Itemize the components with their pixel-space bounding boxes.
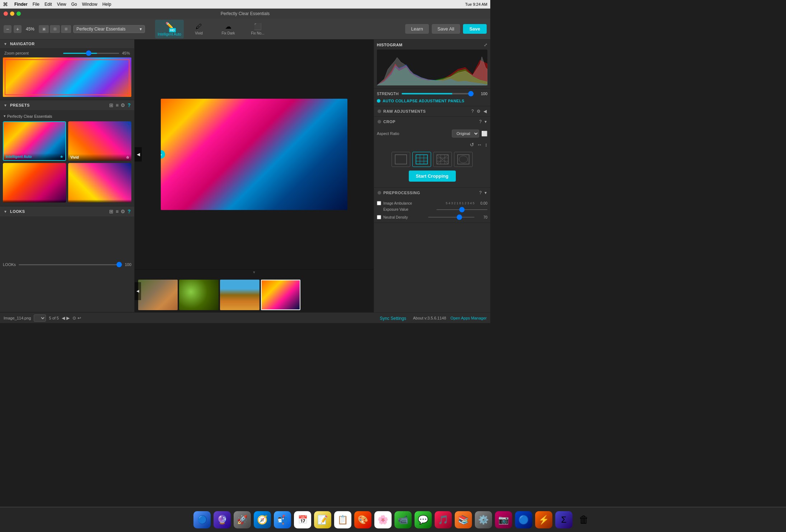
presets-settings-button[interactable]: ⚙ [121,102,125,108]
maximize-button[interactable] [17,11,21,16]
histogram-expand-button[interactable]: ⤢ [484,42,487,47]
tool-vivid[interactable]: 🖊 Vivid [184,20,213,38]
zoom-slider[interactable] [63,53,119,54]
learn-button[interactable]: Learn [405,24,429,34]
menu-file[interactable]: File [33,2,39,7]
crop-flip-v-button[interactable]: ↕ [485,142,487,148]
zoom-in-button[interactable]: + [14,25,22,33]
raw-adjustments-dot [378,109,381,113]
preset-thumb-intelligent-auto[interactable]: Intelligent Auto ★ [3,121,66,161]
view-single-button[interactable]: ▣ [39,25,49,33]
looks-settings-button[interactable]: ⚙ [121,209,125,214]
preprocessing-content: Image Ambulance 5 4 3 2 1 0 1 2 3 4 5 0.… [374,198,490,223]
crop-reset-button[interactable]: ⬜ [481,131,487,136]
menu-go[interactable]: Go [71,2,77,7]
looks-list-view-button[interactable]: ≡ [116,209,118,214]
filmstrip-left-arrow[interactable]: ◀ [135,282,141,300]
crop-flip-h-button[interactable]: ↔ [477,142,482,148]
preset-thumb-3[interactable] [3,163,66,202]
tool-intelligent-auto-label: Intelligent Auto [158,32,181,36]
neutral-density-slider[interactable] [428,217,474,218]
preprocessing-help-button[interactable]: ? [479,190,482,195]
filmstrip-collapse-arrow[interactable]: ▼ [135,270,374,275]
crop-grid-diagonal[interactable] [433,152,452,167]
exposure-value-slider[interactable] [436,209,487,210]
looks-header[interactable]: ▼ LOOKS ⊞ ≡ ⚙ ? [0,206,134,216]
next-image-button[interactable]: ▶ [66,316,70,321]
status-icon-1[interactable]: ⊙ [72,316,76,321]
menu-window[interactable]: Window [82,2,98,7]
image-ambulance-checkbox[interactable] [377,201,381,205]
crop-grid-thirds[interactable] [412,152,431,167]
crop-panel: CROP ? ▾ Aspect Ratio Original ⬜ ↺ ↔ [374,117,490,188]
presets-group-title: Perfectly Clear Essentials [7,114,52,118]
preset-thumb-vivid[interactable]: Vivid ☆ [68,121,131,161]
zoom-percent: 45% [24,27,37,32]
neutral-density-checkbox[interactable] [377,215,381,219]
main-layout: ▼ NAVIGATOR Zoom percent 45% ▼ PRESETS [0,39,490,312]
save-all-button[interactable]: Save All [432,24,460,34]
menu-edit[interactable]: Edit [45,2,52,7]
save-button[interactable]: Save [463,24,487,34]
sync-settings-button[interactable]: Sync Settings [380,316,406,321]
auto-collapse-row[interactable]: AUTO COLLAPSE ADJUSTMENT PANELS [374,96,490,106]
raw-adjustments-settings-button[interactable]: ⚙ [477,109,481,114]
raw-adjustments-help-button[interactable]: ? [471,109,474,114]
svg-rect-0 [395,155,407,164]
preprocessing-collapse-button[interactable]: ▾ [485,190,487,195]
view-split-button[interactable]: ⊟ [50,25,60,33]
presets-list-view-button[interactable]: ≡ [116,102,118,108]
presets-group-header[interactable]: ▾ Perfectly Clear Essentials [3,112,131,120]
status-icon-2[interactable]: ↩ [78,316,81,321]
strength-slider[interactable] [402,93,474,94]
open-apps-manager-button[interactable]: Open Apps Manager [450,316,487,320]
histogram-svg [377,50,487,85]
crop-rotate-button[interactable]: ↺ [470,142,474,148]
apple-menu[interactable]: ⌘ [3,1,8,7]
start-cropping-button[interactable]: Start Cropping [409,171,456,182]
looks-help-button[interactable]: ? [127,209,131,214]
aspect-ratio-select[interactable]: Original [452,130,479,137]
preprocessing-header[interactable]: PREPROCESSING ? ▾ [374,188,490,198]
crop-header[interactable]: CROP ? ▾ [374,117,490,127]
minimize-button[interactable] [10,11,14,16]
tool-fix-dark[interactable]: ☁ Fix Dark [214,20,243,38]
crop-content: Aspect Ratio Original ⬜ ↺ ↔ ↕ [374,127,490,187]
raw-adjustments-header[interactable]: RAW ADJUSTMENTS ? ⚙ ◀ [374,106,490,116]
filmstrip-item-4[interactable] [261,280,300,310]
crop-help-button[interactable]: ? [479,119,482,124]
preset-thumb-4[interactable] [68,163,131,202]
presets-content: ▾ Perfectly Clear Essentials Intelligent… [0,110,134,206]
tool-fix-dark-label: Fix Dark [221,31,235,35]
toolbar: − + 45% ▣ ⊟ ⊞ Perfectly Clear Essentials… [0,19,490,39]
navigator-header[interactable]: ▼ NAVIGATOR [0,39,134,48]
view-grid-button[interactable]: ⊞ [61,25,71,33]
close-button[interactable] [4,11,8,16]
raw-adjustments-collapse-button[interactable]: ◀ [483,109,487,114]
status-filename-dropdown[interactable] [34,314,46,322]
prev-image-button[interactable]: ◀ [62,316,65,321]
menu-help[interactable]: Help [102,2,111,7]
toolbar-tools: ✏️ HD Intelligent Auto 🖊 Vivid ☁ Fix Dar… [155,20,272,38]
crop-grid-circle[interactable] [454,152,473,167]
neutral-density-value: 70 [477,215,487,219]
crop-collapse-button[interactable]: ▾ [485,119,487,124]
tool-fix-noise[interactable]: ⬛ Fix No... [243,20,272,38]
fix-dark-icon: ☁ [225,23,231,31]
filmstrip-item-1[interactable] [138,280,178,310]
filmstrip-item-3[interactable] [220,280,259,310]
preset-selector[interactable]: Perfectly Clear Essentials ▾ [73,25,145,33]
crop-grid-none[interactable] [392,152,410,167]
presets-header[interactable]: ▼ PRESETS ⊞ ≡ ⚙ ? [0,100,134,110]
looks-slider[interactable] [19,264,122,265]
presets-help-button[interactable]: ? [127,102,131,108]
menu-finder[interactable]: Finder [14,2,28,7]
canvas-left-arrow[interactable]: ◀ [135,147,142,162]
histogram-title: HISTOGRAM [377,43,403,47]
menu-view[interactable]: View [57,2,66,7]
zoom-out-button[interactable]: − [4,25,11,33]
looks-grid-view-button[interactable]: ⊞ [109,209,113,214]
filmstrip-item-2[interactable] [179,280,219,310]
tool-intelligent-auto[interactable]: ✏️ HD Intelligent Auto [155,20,184,38]
presets-grid-view-button[interactable]: ⊞ [109,102,113,108]
